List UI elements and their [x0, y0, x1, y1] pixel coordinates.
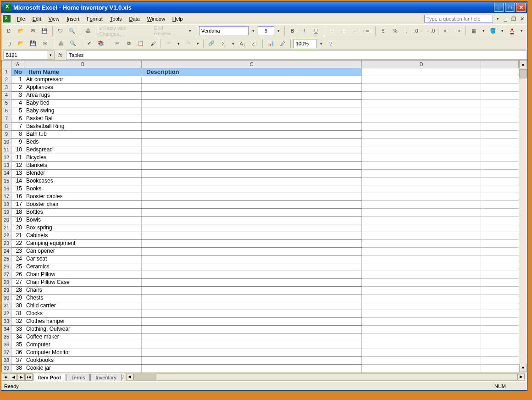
cell-item-name[interactable]: Computer Monitor: [24, 349, 142, 357]
cell[interactable]: [362, 193, 481, 201]
cell-no[interactable]: 19: [11, 217, 24, 224]
sheet-tab-item-pool[interactable]: Item Pool: [33, 374, 66, 381]
cell[interactable]: [481, 357, 519, 365]
cell[interactable]: [362, 139, 481, 146]
row-header[interactable]: 18: [1, 201, 11, 209]
row-header[interactable]: 38: [1, 357, 11, 365]
cell-description[interactable]: [142, 162, 362, 170]
cell[interactable]: [362, 84, 481, 92]
row-header[interactable]: 39: [1, 365, 11, 372]
cell[interactable]: [481, 240, 519, 248]
name-box-dropdown-icon[interactable]: ▾: [47, 50, 55, 60]
cell[interactable]: [481, 217, 519, 224]
save-doc-icon[interactable]: 💾: [28, 39, 38, 49]
cell-no[interactable]: 18: [11, 209, 24, 217]
font-size-dropdown-icon[interactable]: ▾: [276, 26, 282, 35]
cell-no[interactable]: 36: [11, 349, 24, 357]
cell-description[interactable]: [142, 263, 362, 271]
cell-no[interactable]: 17: [11, 201, 24, 209]
cell-item-name[interactable]: Bath tub: [24, 131, 142, 139]
cell[interactable]: [481, 365, 519, 372]
redo-dropdown-icon[interactable]: ▾: [195, 39, 200, 48]
cell-description[interactable]: [142, 271, 362, 279]
cell-description[interactable]: [142, 318, 362, 326]
cell[interactable]: [481, 294, 519, 302]
cell-item-name[interactable]: Area rugs: [24, 92, 142, 100]
row-header[interactable]: 10: [1, 139, 11, 146]
align-center-button[interactable]: ≡: [338, 26, 349, 36]
print-icon[interactable]: 🖶: [83, 26, 93, 36]
cell-item-name[interactable]: Bowls: [24, 217, 142, 224]
cell-item-name[interactable]: Bottles: [24, 209, 142, 217]
redo-button[interactable]: ↷: [183, 39, 193, 49]
cell-item-name[interactable]: Books: [24, 185, 142, 193]
cell[interactable]: [362, 365, 481, 372]
open-icon[interactable]: 📂: [16, 26, 26, 36]
cell[interactable]: [362, 123, 481, 131]
cell-description[interactable]: [142, 185, 362, 193]
cell-item-name[interactable]: Box spring: [24, 224, 142, 232]
align-right-button[interactable]: ≡: [350, 26, 360, 36]
cell[interactable]: [362, 146, 481, 154]
row-header[interactable]: 15: [1, 178, 11, 185]
row-header[interactable]: 32: [1, 310, 11, 318]
cell-no[interactable]: 34: [11, 333, 24, 341]
scroll-up-icon[interactable]: ▲: [519, 60, 527, 68]
percent-button[interactable]: %: [390, 26, 400, 36]
cell-item-name[interactable]: Bicycles: [24, 154, 142, 162]
cell-description[interactable]: [142, 146, 362, 154]
cell[interactable]: [362, 217, 481, 224]
row-header[interactable]: 13: [1, 162, 11, 170]
row-header[interactable]: 22: [1, 232, 11, 240]
row-header[interactable]: 3: [1, 84, 11, 92]
cell[interactable]: [362, 326, 481, 333]
cell-item-name[interactable]: Clothes hamper: [24, 318, 142, 326]
cell[interactable]: [481, 256, 519, 263]
column-header-B[interactable]: B: [24, 60, 142, 68]
increase-indent-button[interactable]: ⇥: [453, 26, 463, 36]
cell-item-name[interactable]: Ceramics: [24, 263, 142, 271]
cell-item-name[interactable]: Bedspread: [24, 146, 142, 154]
cell-no[interactable]: 2: [11, 84, 24, 92]
vertical-scrollbar[interactable]: ▲ ▼: [519, 60, 527, 372]
cell-no[interactable]: 10: [11, 146, 24, 154]
menu-edit[interactable]: Edit: [29, 15, 45, 22]
cell[interactable]: [481, 271, 519, 279]
menu-tools[interactable]: Tools: [106, 15, 126, 22]
cell-description[interactable]: [142, 139, 362, 146]
row-header[interactable]: 12: [1, 154, 11, 162]
row-header[interactable]: 17: [1, 193, 11, 201]
cell[interactable]: [362, 271, 481, 279]
cell-no[interactable]: 5: [11, 107, 24, 115]
cell[interactable]: [362, 279, 481, 287]
search-icon[interactable]: 🔍: [67, 26, 78, 36]
cell-description[interactable]: [142, 279, 362, 287]
cell[interactable]: [362, 357, 481, 365]
cell-no[interactable]: 22: [11, 240, 24, 248]
cell[interactable]: [481, 92, 519, 100]
open-doc-icon[interactable]: 📂: [16, 39, 26, 49]
column-header-A[interactable]: A: [11, 60, 24, 68]
row-header[interactable]: 26: [1, 263, 11, 271]
tab-nav-first-icon[interactable]: ⏮: [2, 373, 9, 381]
cell[interactable]: [362, 107, 481, 115]
fill-dropdown-icon[interactable]: ▾: [500, 26, 505, 35]
row-header[interactable]: 35: [1, 333, 11, 341]
row-header[interactable]: 29: [1, 287, 11, 294]
cell-description[interactable]: [142, 357, 362, 365]
cell-description[interactable]: [142, 193, 362, 201]
cell-no[interactable]: 23: [11, 248, 24, 256]
chart-wizard-icon[interactable]: 📊: [266, 39, 276, 49]
cell-item-name[interactable]: Chests: [24, 294, 142, 302]
cell-description[interactable]: [142, 365, 362, 372]
cell[interactable]: [362, 302, 481, 310]
cell[interactable]: [362, 240, 481, 248]
cell-item-name[interactable]: Clothing, Outwear: [24, 326, 142, 333]
cell-description[interactable]: [142, 170, 362, 178]
font-name-dropdown-icon[interactable]: ▾: [250, 26, 256, 35]
bold-button[interactable]: B: [288, 26, 298, 36]
cell[interactable]: [481, 302, 519, 310]
cell-item-name[interactable]: Appliances: [24, 84, 142, 92]
tab-nav-next-icon[interactable]: ▶: [17, 373, 25, 381]
cell[interactable]: [362, 178, 481, 185]
